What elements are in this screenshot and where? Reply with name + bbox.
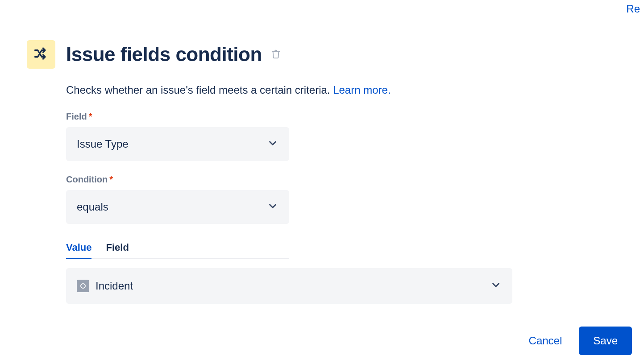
header-row: Issue fields condition bbox=[27, 40, 536, 69]
main-container: Issue fields condition Checks whether an… bbox=[0, 0, 536, 304]
field-label-text: Field bbox=[66, 112, 87, 122]
save-button[interactable]: Save bbox=[579, 327, 632, 355]
chevron-down-icon bbox=[267, 200, 278, 214]
title-wrap: Issue fields condition bbox=[66, 43, 283, 66]
field-group-condition: Condition * equals bbox=[66, 174, 536, 224]
incident-type-icon bbox=[77, 280, 89, 292]
content-column: Checks whether an issue's field meets a … bbox=[66, 82, 536, 304]
field-group-field: Field * Issue Type bbox=[66, 112, 536, 161]
description-main: Checks whether an issue's field meets a … bbox=[66, 84, 333, 96]
tab-value[interactable]: Value bbox=[66, 242, 91, 259]
page-title: Issue fields condition bbox=[66, 43, 262, 66]
value-left: Incident bbox=[77, 280, 133, 292]
condition-label: Condition * bbox=[66, 174, 536, 185]
top-link-partial[interactable]: Re bbox=[626, 3, 640, 15]
chevron-down-icon bbox=[267, 137, 278, 151]
condition-label-text: Condition bbox=[66, 174, 108, 185]
value-select[interactable]: Incident bbox=[66, 268, 512, 304]
required-asterisk: * bbox=[89, 112, 92, 122]
circle-icon bbox=[80, 283, 86, 289]
value-select-text: Incident bbox=[96, 280, 133, 292]
delete-button[interactable] bbox=[269, 47, 283, 62]
required-asterisk: * bbox=[109, 174, 113, 185]
tab-field[interactable]: Field bbox=[106, 242, 129, 259]
trash-icon bbox=[271, 49, 281, 60]
learn-more-link[interactable]: Learn more. bbox=[333, 84, 391, 96]
footer-buttons: Cancel Save bbox=[525, 327, 632, 355]
cancel-button[interactable]: Cancel bbox=[525, 327, 566, 354]
condition-icon-badge bbox=[27, 40, 55, 69]
chevron-down-icon bbox=[490, 279, 502, 293]
field-label: Field * bbox=[66, 112, 536, 122]
description-text: Checks whether an issue's field meets a … bbox=[66, 82, 536, 98]
field-select-value: Issue Type bbox=[77, 138, 129, 150]
field-select[interactable]: Issue Type bbox=[66, 127, 289, 161]
condition-select[interactable]: equals bbox=[66, 190, 289, 224]
tabs-row: Value Field bbox=[66, 242, 289, 259]
condition-select-value: equals bbox=[77, 201, 108, 213]
shuffle-icon bbox=[33, 46, 49, 63]
